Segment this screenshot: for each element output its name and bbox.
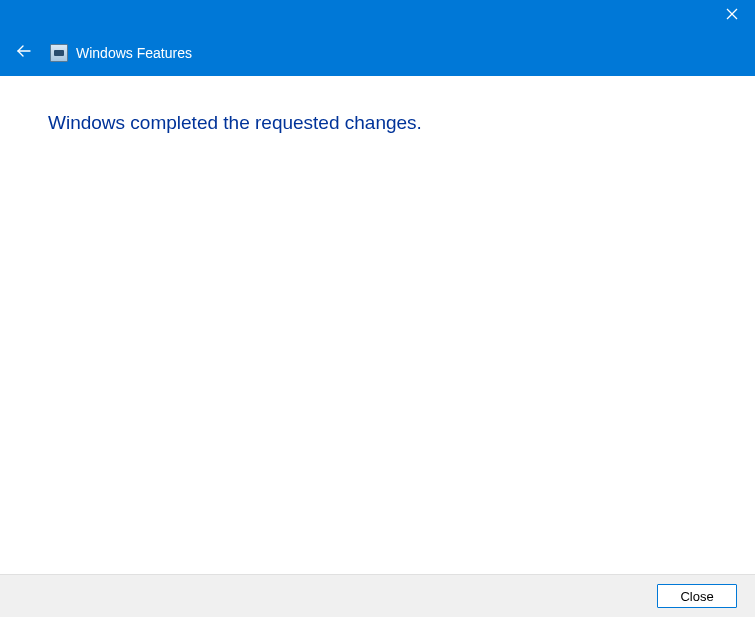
window-title: Windows Features	[76, 45, 192, 61]
header-row: Windows Features	[12, 42, 192, 64]
close-button[interactable]: Close	[657, 584, 737, 608]
windows-features-icon	[50, 44, 68, 62]
content-area: Windows completed the requested changes.	[0, 76, 755, 574]
back-button[interactable]	[12, 41, 36, 65]
window-close-button[interactable]	[709, 0, 755, 30]
back-arrow-icon	[15, 42, 33, 64]
close-icon	[726, 6, 738, 24]
status-message: Windows completed the requested changes.	[48, 112, 707, 134]
footer-bar: Close	[0, 574, 755, 617]
title-bar: Windows Features	[0, 0, 755, 76]
